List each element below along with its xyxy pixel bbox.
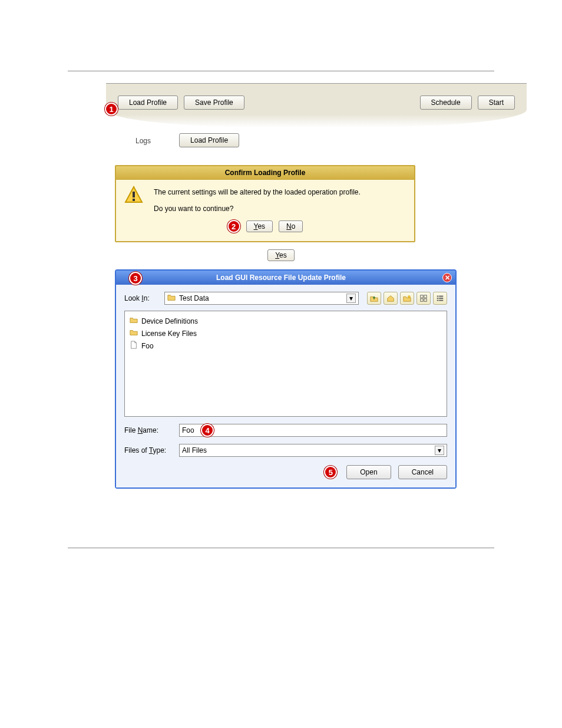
details-view-icon[interactable] bbox=[433, 292, 447, 305]
file-name: Device Definitions bbox=[141, 317, 198, 325]
chevron-down-icon[interactable]: ▾ bbox=[435, 446, 444, 455]
chevron-down-icon[interactable]: ▾ bbox=[346, 294, 356, 303]
svg-rect-5 bbox=[424, 295, 427, 298]
svg-rect-13 bbox=[439, 300, 443, 301]
load-profile-button[interactable]: Load Profile bbox=[118, 95, 178, 110]
file-name-input[interactable] bbox=[179, 424, 447, 437]
svg-rect-7 bbox=[424, 299, 427, 301]
file-type-value: All Files bbox=[182, 446, 207, 454]
svg-rect-6 bbox=[421, 299, 423, 301]
confirm-message-1: The current settings will be altered by … bbox=[154, 188, 406, 196]
confirm-loading-profile-dialog: Confirm Loading Profile The current sett… bbox=[115, 165, 415, 242]
callout-1: 1 bbox=[105, 103, 118, 116]
close-icon[interactable]: ✕ bbox=[442, 273, 452, 282]
cancel-button[interactable]: Cancel bbox=[398, 465, 447, 479]
look-in-value: Test Data bbox=[179, 294, 209, 302]
svg-rect-10 bbox=[437, 298, 439, 299]
logs-label: Logs bbox=[135, 136, 151, 145]
save-profile-button[interactable]: Save Profile bbox=[184, 95, 244, 110]
callout-4: 4 bbox=[201, 424, 214, 437]
load-profile-file-chooser: 3 Load GUI Resource File Update Profile … bbox=[115, 269, 457, 489]
schedule-button[interactable]: Schedule bbox=[420, 95, 472, 110]
start-button[interactable]: Start bbox=[478, 95, 515, 110]
file-list[interactable]: Device Definitions License Key Files Foo bbox=[124, 311, 447, 417]
confirm-yes-button[interactable]: Yes bbox=[246, 220, 273, 232]
warning-icon bbox=[124, 186, 154, 213]
step1-load-profile-button[interactable]: Load Profile bbox=[179, 133, 239, 147]
list-view-icon[interactable] bbox=[416, 292, 431, 305]
list-item[interactable]: License Key Files bbox=[130, 328, 442, 338]
list-item[interactable]: Device Definitions bbox=[130, 316, 442, 326]
svg-rect-1 bbox=[133, 192, 135, 197]
confirm-dialog-title: Confirm Loading Profile bbox=[116, 166, 414, 180]
svg-rect-4 bbox=[421, 295, 423, 298]
callout-5: 5 bbox=[324, 466, 337, 479]
list-item[interactable]: Foo bbox=[130, 341, 442, 351]
top-toolbar: Load Profile Save Profile Schedule Start… bbox=[106, 83, 527, 127]
callout-2: 2 bbox=[227, 220, 240, 233]
file-icon bbox=[130, 341, 138, 351]
horizontal-rule-top bbox=[68, 71, 494, 71]
callout-3: 3 bbox=[129, 272, 142, 285]
step1-row: Logs Load Profile bbox=[135, 133, 550, 147]
folder-icon bbox=[130, 316, 138, 326]
svg-rect-8 bbox=[437, 296, 439, 297]
file-type-label: Files of Type: bbox=[124, 446, 174, 454]
file-name: License Key Files bbox=[141, 330, 197, 338]
file-name: Foo bbox=[141, 342, 154, 350]
folder-icon bbox=[167, 294, 176, 304]
horizontal-rule-bottom bbox=[68, 548, 494, 548]
file-name-label: File Name: bbox=[124, 426, 174, 434]
new-folder-icon[interactable] bbox=[400, 292, 414, 305]
yes-standalone-button[interactable]: Yes bbox=[267, 249, 295, 261]
confirm-no-button[interactable]: No bbox=[279, 220, 303, 232]
look-in-label: Look In: bbox=[124, 294, 160, 302]
svg-point-3 bbox=[408, 296, 411, 298]
open-button[interactable]: Open bbox=[346, 465, 391, 479]
svg-rect-9 bbox=[439, 296, 443, 297]
folder-icon bbox=[130, 328, 138, 338]
svg-rect-12 bbox=[437, 300, 439, 301]
file-type-select[interactable]: All Files ▾ bbox=[179, 444, 447, 457]
confirm-message-2: Do you want to continue? bbox=[154, 205, 406, 213]
chooser-title: Load GUI Resource File Update Profile bbox=[120, 274, 442, 282]
svg-rect-2 bbox=[133, 199, 135, 201]
home-icon[interactable] bbox=[384, 292, 398, 305]
look-in-combo[interactable]: Test Data ▾ bbox=[164, 292, 359, 305]
chooser-titlebar: 3 Load GUI Resource File Update Profile … bbox=[116, 271, 455, 285]
up-folder-icon[interactable] bbox=[367, 292, 381, 305]
svg-rect-11 bbox=[439, 298, 443, 299]
